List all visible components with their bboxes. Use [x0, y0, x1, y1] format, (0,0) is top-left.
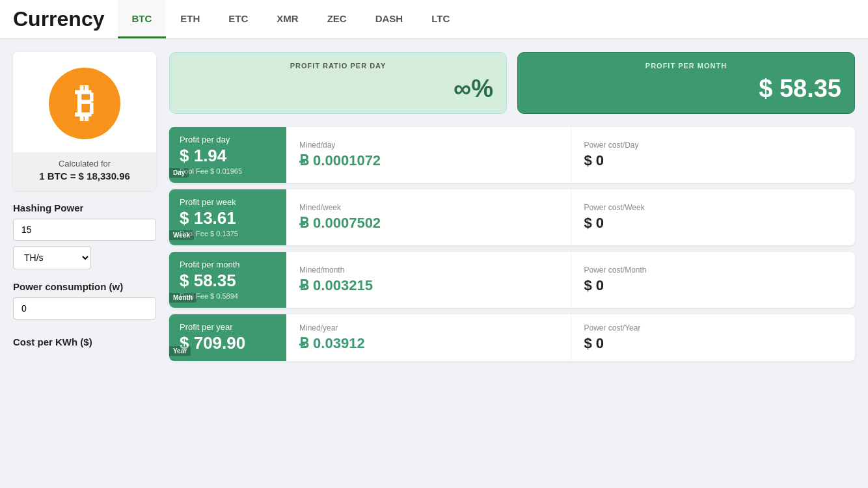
hashing-power-label: Hashing Power — [13, 202, 156, 213]
mined-cell-1: Mined/week Ƀ 0.0007502 — [286, 189, 571, 245]
data-row-left-1: Profit per week $ 13.61 Pool Fee $ 0.137… — [169, 189, 286, 245]
data-row-right-0: Mined/day Ƀ 0.0001072 Power cost/Day $ 0 — [286, 127, 855, 183]
page-title: Currency — [13, 7, 105, 31]
power-cell-1: Power cost/Week $ 0 — [571, 189, 856, 245]
header: Currency BTCETHETCXMRZECDASHLTC — [0, 0, 868, 39]
power-consumption-label: Power consumption (w) — [13, 281, 156, 292]
mined-label-0: Mined/day — [299, 141, 558, 150]
profit-month-card: PROFIT PER MONTH $ 58.35 — [517, 52, 855, 114]
pool-fee-1: Pool Fee $ 0.1375 — [180, 230, 276, 237]
btc-symbol: ₿ — [75, 84, 94, 123]
profit-ratio-label: PROFIT RATIO PER DAY — [183, 62, 493, 70]
data-row-right-1: Mined/week Ƀ 0.0007502 Power cost/Week $… — [286, 189, 855, 245]
data-row-left-3: Profit per year $ 709.90 Year — [169, 314, 286, 361]
period-badge-2: Month — [169, 293, 197, 303]
power-cell-2: Power cost/Month $ 0 — [571, 252, 856, 308]
profit-cards: PROFIT RATIO PER DAY ∞% PROFIT PER MONTH… — [169, 52, 855, 114]
tab-dash[interactable]: DASH — [361, 0, 418, 38]
power-cell-3: Power cost/Year $ 0 — [571, 314, 856, 361]
currency-tabs: BTCETHETCXMRZECDASHLTC — [118, 0, 465, 38]
profit-label-2: Profit per month — [180, 260, 276, 269]
coin-card: ₿ Calculated for 1 BTC = $ 18,330.96 — [13, 52, 156, 191]
data-row-left-0: Profit per day $ 1.94 Pool Fee $ 0.01965… — [169, 127, 286, 183]
power-label-2: Power cost/Month — [584, 265, 843, 275]
pool-fee-0: Pool Fee $ 0.01965 — [180, 167, 276, 175]
profit-month-value: $ 58.35 — [531, 75, 841, 103]
mined-value-2: Ƀ 0.003215 — [299, 277, 558, 294]
profit-label-1: Profit per week — [180, 197, 276, 207]
hashing-unit-select[interactable]: TH/s GH/s MH/s KH/s — [13, 246, 91, 269]
mined-value-0: Ƀ 0.0001072 — [299, 152, 558, 169]
content-area: PROFIT RATIO PER DAY ∞% PROFIT PER MONTH… — [169, 52, 855, 475]
data-rows: Profit per day $ 1.94 Pool Fee $ 0.01965… — [169, 127, 855, 361]
main-layout: ₿ Calculated for 1 BTC = $ 18,330.96 Has… — [0, 39, 868, 488]
mined-cell-2: Mined/month Ƀ 0.003215 — [286, 252, 571, 308]
profit-amount-0: $ 1.94 — [180, 146, 276, 166]
profit-ratio-value: ∞% — [183, 75, 493, 103]
profit-amount-2: $ 58.35 — [180, 271, 276, 291]
coin-price-area: Calculated for 1 BTC = $ 18,330.96 — [13, 152, 156, 191]
power-label-1: Power cost/Week — [584, 203, 843, 212]
tab-etc[interactable]: ETC — [214, 0, 262, 38]
profit-amount-3: $ 709.90 — [180, 333, 276, 353]
power-label-3: Power cost/Year — [584, 323, 843, 332]
power-consumption-input[interactable] — [13, 297, 156, 319]
hashing-power-input[interactable] — [13, 219, 156, 241]
profit-ratio-card: PROFIT RATIO PER DAY ∞% — [169, 52, 507, 114]
period-badge-1: Week — [169, 230, 194, 240]
mined-cell-3: Mined/year Ƀ 0.03912 — [286, 314, 571, 361]
tab-btc[interactable]: BTC — [118, 0, 167, 38]
period-badge-3: Year — [169, 346, 191, 356]
power-value-1: $ 0 — [584, 215, 843, 232]
btc-logo: ₿ — [49, 68, 120, 139]
mined-value-1: Ƀ 0.0007502 — [299, 215, 558, 232]
profit-amount-1: $ 13.61 — [180, 208, 276, 228]
cost-per-kwh-label: Cost per KWh ($) — [13, 336, 156, 347]
calculated-for-label: Calculated for — [59, 159, 111, 169]
data-row-right-3: Mined/year Ƀ 0.03912 Power cost/Year $ 0 — [286, 314, 855, 361]
power-value-0: $ 0 — [584, 152, 843, 169]
power-label-0: Power cost/Day — [584, 141, 843, 150]
data-row: Profit per year $ 709.90 Year Mined/year… — [169, 314, 855, 361]
profit-label-0: Profit per day — [180, 135, 276, 144]
power-consumption-section: Power consumption (w) — [13, 281, 156, 325]
coin-icon-area: ₿ — [13, 52, 156, 152]
hashing-power-section: Hashing Power TH/s GH/s MH/s KH/s — [13, 202, 156, 269]
data-row: Profit per week $ 13.61 Pool Fee $ 0.137… — [169, 189, 855, 245]
profit-month-label: PROFIT PER MONTH — [531, 62, 841, 70]
power-value-3: $ 0 — [584, 335, 843, 352]
btc-price: 1 BTC = $ 18,330.96 — [20, 170, 150, 182]
tab-ltc[interactable]: LTC — [417, 0, 464, 38]
data-row-right-2: Mined/month Ƀ 0.003215 Power cost/Month … — [286, 252, 855, 308]
power-value-2: $ 0 — [584, 277, 843, 294]
tab-zec[interactable]: ZEC — [313, 0, 361, 38]
mined-value-3: Ƀ 0.03912 — [299, 335, 558, 352]
profit-label-3: Profit per year — [180, 322, 276, 332]
period-badge-0: Day — [169, 168, 189, 178]
tab-eth[interactable]: ETH — [166, 0, 214, 38]
mined-label-2: Mined/month — [299, 265, 558, 275]
data-row-left-2: Profit per month $ 58.35 Pool Fee $ 0.58… — [169, 252, 286, 308]
mined-label-1: Mined/week — [299, 203, 558, 212]
data-row: Profit per month $ 58.35 Pool Fee $ 0.58… — [169, 252, 855, 308]
mined-cell-0: Mined/day Ƀ 0.0001072 — [286, 127, 571, 183]
tab-xmr[interactable]: XMR — [262, 0, 312, 38]
power-cell-0: Power cost/Day $ 0 — [571, 127, 856, 183]
mined-label-3: Mined/year — [299, 323, 558, 332]
cost-per-kwh-section: Cost per KWh ($) — [13, 336, 156, 347]
sidebar: ₿ Calculated for 1 BTC = $ 18,330.96 Has… — [13, 52, 156, 475]
data-row: Profit per day $ 1.94 Pool Fee $ 0.01965… — [169, 127, 855, 183]
